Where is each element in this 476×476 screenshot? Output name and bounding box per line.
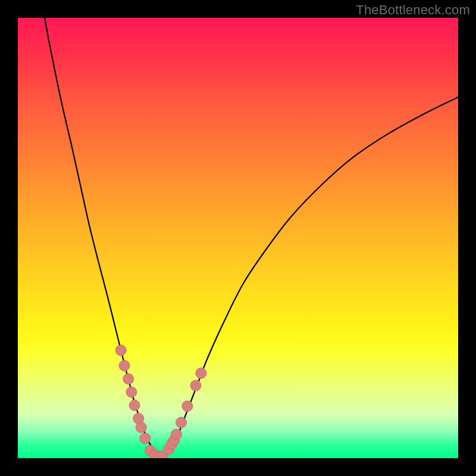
marker-dot <box>182 401 193 412</box>
marker-dots <box>115 345 206 458</box>
marker-dot <box>196 368 206 378</box>
marker-dot <box>126 387 137 397</box>
plot-area <box>18 18 458 458</box>
marker-dot <box>171 429 181 440</box>
marker-dot <box>176 417 187 428</box>
marker-dot <box>140 433 151 444</box>
marker-dot <box>123 374 134 384</box>
marker-dot <box>136 422 146 433</box>
marker-dot <box>190 380 201 391</box>
marker-dot <box>119 361 130 371</box>
curve-layer <box>18 18 458 458</box>
marker-dot <box>129 400 140 411</box>
curve-left <box>45 18 161 457</box>
marker-dot <box>115 345 126 356</box>
watermark-text: TheBottleneck.com <box>356 2 470 18</box>
stage: TheBottleneck.com <box>0 0 476 476</box>
curve-right <box>164 97 458 457</box>
